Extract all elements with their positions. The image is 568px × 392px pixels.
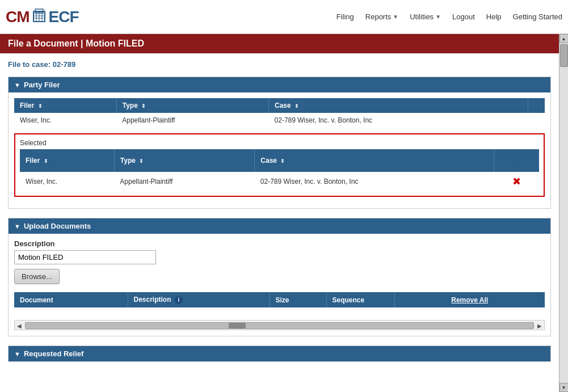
content-area: File a Document | Motion FILED File to c… (0, 34, 559, 392)
filer-col-header: Filer ⇕ (14, 98, 116, 113)
description-input[interactable] (14, 250, 156, 264)
getting-started-nav[interactable]: Getting Started (513, 12, 562, 21)
help-nav[interactable]: Help (486, 12, 502, 21)
selected-case-cell: 02-789 Wiser, Inc. v. Bonton, Inc (255, 172, 494, 191)
case-sort-icon[interactable]: ⇕ (294, 103, 299, 109)
selected-box: Selected Filer ⇕ Type (14, 133, 545, 197)
selected-table-row: Wiser, Inc. Appellant-Plaintiff 02-789 W… (20, 172, 539, 191)
logo: CM ECF (6, 8, 79, 26)
requested-relief-collapse-icon: ▼ (14, 351, 20, 357)
table-row: Wiser, Inc. Appellant-Plaintiff 02-789 W… (14, 113, 545, 128)
vertical-scroll-thumb[interactable] (560, 44, 568, 67)
scroll-down-button[interactable]: ▼ (559, 383, 569, 392)
filer-sort-icon[interactable]: ⇕ (38, 103, 43, 109)
reports-nav[interactable]: Reports ▼ (365, 12, 398, 21)
upload-content: Description Browse... Document (9, 234, 550, 336)
party-filer-content: Filer ⇕ Type ⇕ Case ⇕ (9, 92, 550, 208)
reports-dropdown-icon: ▼ (393, 14, 398, 20)
doc-document-header: Document (14, 292, 128, 307)
selected-type-header: Type ⇕ (114, 149, 255, 172)
party-filer-table: Filer ⇕ Type ⇕ Case ⇕ (14, 98, 545, 128)
horizontal-scrollbar[interactable]: ◀ ▶ (14, 320, 545, 330)
selected-filer-header: Filer ⇕ (20, 149, 114, 172)
selected-filer-cell: Wiser, Inc. (20, 172, 114, 191)
type-col-header: Type ⇕ (116, 98, 268, 113)
utilities-nav[interactable]: Utilities ▼ (410, 12, 441, 21)
upload-documents-section: ▼ Upload Documents Description Browse...… (8, 218, 551, 336)
scroll-up-button[interactable]: ▲ (559, 34, 569, 43)
utilities-dropdown-icon: ▼ (435, 14, 441, 20)
party-filer-section: ▼ Party Filer Filer ⇕ (8, 77, 551, 209)
logo-ecf: ECF (49, 8, 79, 26)
remove-all-button[interactable]: Remove All (500, 153, 534, 168)
upload-documents-header[interactable]: ▼ Upload Documents (9, 218, 550, 234)
type-cell: Appellant-Plaintiff (116, 113, 268, 128)
action-col-header (528, 98, 545, 113)
nav-links: Filing Reports ▼ Utilities ▼ Logout Help… (336, 12, 562, 21)
doc-description-header: Description i (128, 292, 270, 307)
party-filer-collapse-icon: ▼ (14, 82, 20, 88)
page-wrapper: CM ECF Filing Reports ▼ (0, 0, 568, 392)
case-cell: 02-789 Wiser, Inc. v. Bonton, Inc (269, 113, 528, 128)
selected-type-sort-icon[interactable]: ⇕ (139, 158, 144, 164)
upload-collapse-icon: ▼ (14, 223, 20, 230)
party-filer-header[interactable]: ▼ Party Filer (9, 77, 550, 92)
browse-button[interactable]: Browse... (14, 269, 60, 284)
description-label: Description (14, 239, 545, 248)
filing-nav[interactable]: Filing (336, 12, 354, 21)
selected-filer-sort-icon[interactable]: ⇕ (44, 158, 48, 164)
doc-sequence-header: Sequence (326, 292, 394, 307)
selected-label: Selected (20, 139, 539, 147)
row-action-cell (528, 113, 545, 128)
doc-remove-all-header: Remove All (394, 292, 545, 307)
document-table: Document Description i Size (14, 292, 545, 319)
remove-all-header: Remove All (494, 149, 539, 172)
right-scrollbar[interactable]: ▲ ▼ (559, 34, 568, 392)
top-nav: CM ECF Filing Reports ▼ (0, 0, 568, 34)
selected-table: Filer ⇕ Type ⇕ Case ⇕ (20, 149, 539, 191)
filer-cell: Wiser, Inc. (14, 113, 116, 128)
selected-case-sort-icon[interactable]: ⇕ (280, 158, 285, 164)
doc-size-header: Size (270, 292, 326, 307)
page-header: File a Document | Motion FILED (0, 34, 559, 53)
selected-case-header: Case ⇕ (255, 149, 494, 172)
requested-relief-header[interactable]: ▼ Requested Relief (9, 346, 550, 361)
logo-building-icon (31, 8, 48, 24)
description-info-icon[interactable]: i (175, 296, 183, 304)
remove-row-icon[interactable]: ✖ (499, 175, 533, 188)
scroll-thumb[interactable] (25, 322, 534, 329)
requested-relief-section: ▼ Requested Relief (8, 345, 551, 362)
doc-remove-all-button[interactable]: Remove All (451, 296, 488, 304)
doc-empty-row (14, 307, 545, 319)
type-sort-icon[interactable]: ⇕ (141, 103, 146, 109)
scroll-right-arrow[interactable]: ▶ (535, 323, 544, 329)
logout-nav[interactable]: Logout (452, 12, 475, 21)
case-col-header: Case ⇕ (269, 98, 528, 113)
file-to-case: File to case: 02-789 (8, 60, 551, 69)
main-content: File to case: 02-789 ▼ Party Filer Fil (0, 53, 559, 392)
scroll-left-arrow[interactable]: ◀ (15, 323, 24, 329)
selected-type-cell: Appellant-Plaintiff (114, 172, 255, 191)
logo-cm: CM (6, 8, 30, 26)
remove-row-cell: ✖ (494, 172, 539, 191)
